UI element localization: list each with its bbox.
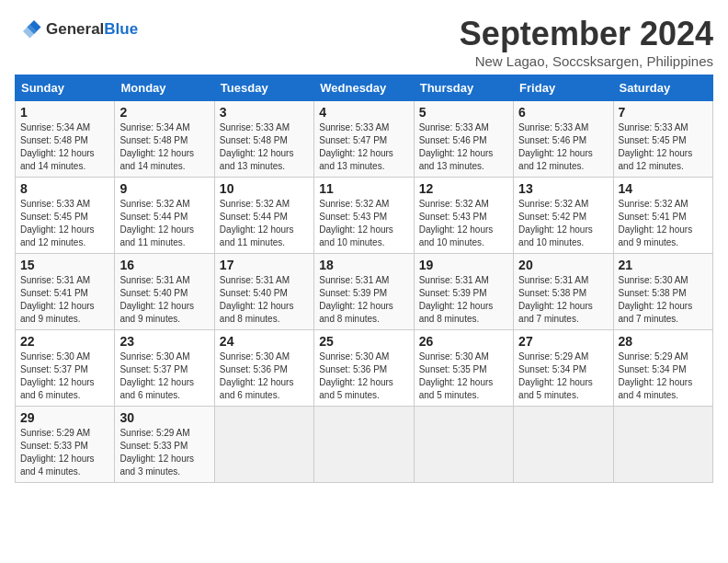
day-number: 14 [619, 181, 708, 196]
calendar-week-row: 1 Sunrise: 5:34 AMSunset: 5:48 PMDayligh… [16, 101, 713, 178]
day-number: 19 [419, 258, 508, 272]
logo-icon [15, 15, 42, 42]
day-info: Sunrise: 5:30 AMSunset: 5:37 PMDaylight:… [20, 350, 109, 402]
table-row: 5 Sunrise: 5:33 AMSunset: 5:46 PMDayligh… [414, 101, 513, 178]
page-header: GeneralBlue September 2024 New Lagao, So… [15, 15, 713, 69]
day-number: 8 [20, 181, 109, 196]
day-info: Sunrise: 5:30 AMSunset: 5:38 PMDaylight:… [619, 274, 708, 326]
day-number: 27 [518, 334, 608, 349]
table-row: 28 Sunrise: 5:29 AMSunset: 5:34 PMDaylig… [613, 330, 712, 407]
table-row: 18 Sunrise: 5:31 AMSunset: 5:39 PMDaylig… [314, 254, 414, 330]
day-number: 5 [419, 105, 508, 120]
day-number: 3 [220, 105, 309, 120]
table-row: 19 Sunrise: 5:31 AMSunset: 5:39 PMDaylig… [414, 254, 513, 330]
day-number: 7 [619, 105, 708, 120]
table-row [514, 407, 613, 483]
day-info: Sunrise: 5:33 AMSunset: 5:45 PMDaylight:… [20, 198, 109, 249]
table-row: 6 Sunrise: 5:33 AMSunset: 5:46 PMDayligh… [514, 101, 613, 178]
col-tuesday: Tuesday [214, 75, 313, 101]
day-info: Sunrise: 5:33 AMSunset: 5:46 PMDaylight:… [518, 121, 608, 173]
logo: GeneralBlue [15, 15, 138, 42]
day-number: 28 [619, 334, 708, 349]
day-number: 29 [20, 410, 109, 425]
table-row: 10 Sunrise: 5:32 AMSunset: 5:44 PMDaylig… [214, 178, 313, 254]
table-row: 12 Sunrise: 5:32 AMSunset: 5:43 PMDaylig… [414, 178, 513, 254]
col-saturday: Saturday [613, 75, 712, 101]
day-info: Sunrise: 5:30 AMSunset: 5:37 PMDaylight:… [119, 350, 209, 402]
day-info: Sunrise: 5:31 AMSunset: 5:39 PMDaylight:… [419, 274, 508, 326]
month-title: September 2024 [460, 15, 713, 53]
table-row: 16 Sunrise: 5:31 AMSunset: 5:40 PMDaylig… [115, 254, 214, 330]
day-info: Sunrise: 5:31 AMSunset: 5:41 PMDaylight:… [20, 274, 109, 326]
table-row: 9 Sunrise: 5:32 AMSunset: 5:44 PMDayligh… [115, 178, 214, 254]
day-info: Sunrise: 5:29 AMSunset: 5:33 PMDaylight:… [20, 427, 109, 478]
table-row: 11 Sunrise: 5:32 AMSunset: 5:43 PMDaylig… [314, 178, 414, 254]
day-info: Sunrise: 5:34 AMSunset: 5:48 PMDaylight:… [20, 121, 109, 173]
day-info: Sunrise: 5:33 AMSunset: 5:47 PMDaylight:… [319, 121, 408, 173]
day-number: 11 [319, 181, 408, 196]
day-number: 20 [518, 258, 608, 272]
table-row: 21 Sunrise: 5:30 AMSunset: 5:38 PMDaylig… [613, 254, 712, 330]
table-row: 25 Sunrise: 5:30 AMSunset: 5:36 PMDaylig… [314, 330, 414, 407]
day-info: Sunrise: 5:30 AMSunset: 5:36 PMDaylight:… [319, 350, 408, 402]
table-row: 8 Sunrise: 5:33 AMSunset: 5:45 PMDayligh… [16, 178, 115, 254]
day-number: 26 [419, 334, 508, 349]
table-row: 26 Sunrise: 5:30 AMSunset: 5:35 PMDaylig… [414, 330, 513, 407]
table-row [414, 407, 513, 483]
day-number: 15 [20, 258, 109, 272]
day-number: 17 [220, 258, 309, 272]
day-info: Sunrise: 5:29 AMSunset: 5:34 PMDaylight:… [518, 350, 608, 402]
table-row: 13 Sunrise: 5:32 AMSunset: 5:42 PMDaylig… [514, 178, 613, 254]
logo-blue: Blue [104, 20, 138, 38]
table-row: 17 Sunrise: 5:31 AMSunset: 5:40 PMDaylig… [214, 254, 313, 330]
table-row: 14 Sunrise: 5:32 AMSunset: 5:41 PMDaylig… [613, 178, 712, 254]
day-info: Sunrise: 5:32 AMSunset: 5:43 PMDaylight:… [419, 198, 508, 249]
day-info: Sunrise: 5:32 AMSunset: 5:44 PMDaylight:… [119, 198, 209, 249]
table-row: 3 Sunrise: 5:33 AMSunset: 5:48 PMDayligh… [214, 101, 313, 178]
day-number: 21 [619, 258, 708, 272]
day-info: Sunrise: 5:33 AMSunset: 5:48 PMDaylight:… [220, 121, 309, 173]
day-number: 24 [220, 334, 309, 349]
day-info: Sunrise: 5:32 AMSunset: 5:44 PMDaylight:… [220, 198, 309, 249]
day-number: 16 [119, 258, 209, 272]
day-number: 25 [319, 334, 408, 349]
day-info: Sunrise: 5:33 AMSunset: 5:46 PMDaylight:… [419, 121, 508, 173]
table-row: 20 Sunrise: 5:31 AMSunset: 5:38 PMDaylig… [514, 254, 613, 330]
table-row: 1 Sunrise: 5:34 AMSunset: 5:48 PMDayligh… [16, 101, 115, 178]
table-row: 30 Sunrise: 5:29 AMSunset: 5:33 PMDaylig… [115, 407, 214, 483]
table-row: 7 Sunrise: 5:33 AMSunset: 5:45 PMDayligh… [613, 101, 712, 178]
day-info: Sunrise: 5:30 AMSunset: 5:35 PMDaylight:… [419, 350, 508, 402]
col-friday: Friday [514, 75, 613, 101]
col-monday: Monday [115, 75, 214, 101]
day-number: 9 [119, 181, 209, 196]
day-number: 22 [20, 334, 109, 349]
table-row: 2 Sunrise: 5:34 AMSunset: 5:48 PMDayligh… [115, 101, 214, 178]
day-info: Sunrise: 5:29 AMSunset: 5:34 PMDaylight:… [619, 350, 708, 402]
day-info: Sunrise: 5:31 AMSunset: 5:38 PMDaylight:… [518, 274, 608, 326]
day-number: 18 [319, 258, 408, 272]
day-info: Sunrise: 5:33 AMSunset: 5:45 PMDaylight:… [619, 121, 708, 173]
location: New Lagao, Soccsksargen, Philippines [460, 53, 713, 69]
table-row: 29 Sunrise: 5:29 AMSunset: 5:33 PMDaylig… [16, 407, 115, 483]
day-number: 2 [119, 105, 209, 120]
col-wednesday: Wednesday [314, 75, 414, 101]
table-row: 23 Sunrise: 5:30 AMSunset: 5:37 PMDaylig… [115, 330, 214, 407]
day-number: 13 [518, 181, 608, 196]
day-number: 23 [119, 334, 209, 349]
day-info: Sunrise: 5:32 AMSunset: 5:41 PMDaylight:… [619, 198, 708, 249]
table-row: 15 Sunrise: 5:31 AMSunset: 5:41 PMDaylig… [16, 254, 115, 330]
day-info: Sunrise: 5:32 AMSunset: 5:42 PMDaylight:… [518, 198, 608, 249]
day-info: Sunrise: 5:31 AMSunset: 5:40 PMDaylight:… [119, 274, 209, 326]
col-thursday: Thursday [414, 75, 513, 101]
calendar-header-row: Sunday Monday Tuesday Wednesday Thursday… [16, 75, 713, 101]
table-row [214, 407, 313, 483]
table-row: 27 Sunrise: 5:29 AMSunset: 5:34 PMDaylig… [514, 330, 613, 407]
day-info: Sunrise: 5:31 AMSunset: 5:40 PMDaylight:… [220, 274, 309, 326]
table-row [314, 407, 414, 483]
calendar-week-row: 15 Sunrise: 5:31 AMSunset: 5:41 PMDaylig… [16, 254, 713, 330]
day-number: 4 [319, 105, 408, 120]
day-info: Sunrise: 5:31 AMSunset: 5:39 PMDaylight:… [319, 274, 408, 326]
day-info: Sunrise: 5:32 AMSunset: 5:43 PMDaylight:… [319, 198, 408, 249]
table-row: 24 Sunrise: 5:30 AMSunset: 5:36 PMDaylig… [214, 330, 313, 407]
table-row [613, 407, 712, 483]
